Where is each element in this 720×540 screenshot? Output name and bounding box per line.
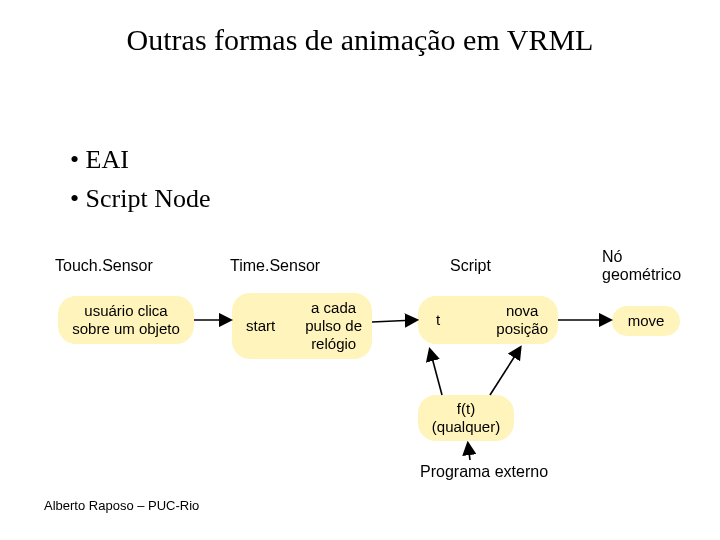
node-newpos-text: nova posição [496, 302, 548, 338]
bullet-item: Script Node [70, 179, 211, 218]
bullet-item: EAI [70, 140, 211, 179]
bullet-list: EAI Script Node [70, 140, 211, 218]
node-move-text: move [628, 312, 665, 330]
node-start-text: start [246, 317, 275, 335]
node-geom: move [612, 306, 680, 336]
svg-line-1 [372, 320, 416, 322]
bullet-text: Script Node [86, 184, 211, 213]
caption-external-program: Programa externo [420, 462, 548, 481]
node-text: usuário clica sobre um objeto [72, 302, 180, 338]
label-touch-sensor: Touch.Sensor [55, 257, 153, 275]
node-t-text: t [436, 311, 440, 329]
node-user-click: usuário clica sobre um objeto [58, 296, 194, 344]
slide-footer: Alberto Raposo – PUC-Rio [44, 498, 199, 513]
node-time-sensor: start a cada pulso de relógio [232, 293, 372, 359]
node-ft: f(t) (qualquer) [418, 395, 514, 441]
svg-line-3 [430, 350, 442, 395]
slide-title: Outras formas de animação em VRML [0, 22, 720, 58]
node-ft-text: f(t) (qualquer) [432, 400, 500, 436]
label-time-sensor: Time.Sensor [230, 257, 320, 275]
node-clock-text: a cada pulso de relógio [305, 299, 362, 353]
title-text: Outras formas de animação em VRML [127, 23, 594, 56]
node-script: t nova posição [418, 296, 558, 344]
svg-line-5 [468, 444, 470, 460]
svg-line-4 [490, 348, 520, 395]
label-geom-node: Nó geométrico [602, 248, 681, 285]
label-script: Script [450, 257, 491, 275]
bullet-text: EAI [86, 145, 129, 174]
